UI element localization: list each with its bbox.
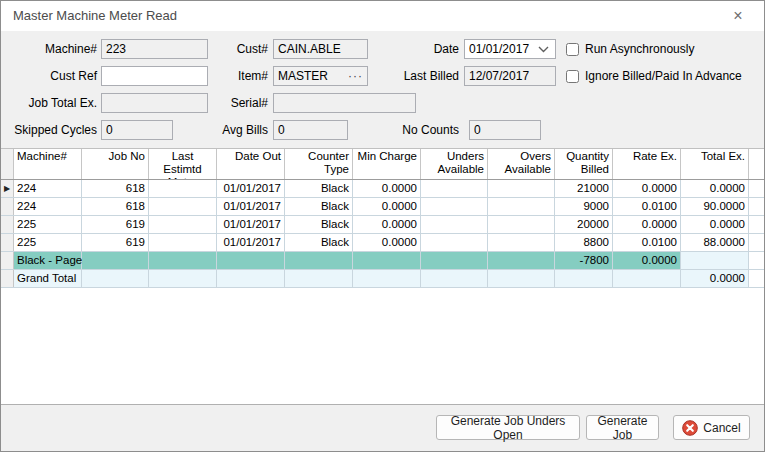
generate-job-unders-open-button[interactable]: Generate Job Unders Open: [436, 415, 580, 440]
run-async-option[interactable]: Run Asynchronously: [566, 42, 694, 56]
grid-cell[interactable]: 618: [82, 198, 149, 215]
grid-cell[interactable]: 618: [82, 180, 149, 197]
run-async-checkbox[interactable]: [566, 43, 579, 56]
grid-cell[interactable]: 225: [14, 234, 82, 251]
summary-cell: [613, 270, 681, 287]
grid-cell[interactable]: 225: [14, 216, 82, 233]
row-selector[interactable]: [1, 270, 14, 287]
grid-cell[interactable]: 01/01/2017: [217, 180, 285, 197]
grid-cell[interactable]: 0.0000: [353, 234, 421, 251]
row-selector[interactable]: [1, 252, 14, 269]
ignore-billed-label: Ignore Billed/Paid In Advance: [585, 69, 742, 83]
item-number-field[interactable]: MASTER ···: [273, 66, 368, 86]
row-selector[interactable]: [1, 234, 14, 251]
active-row-pointer-icon[interactable]: ▶: [1, 180, 14, 197]
grid-cell[interactable]: 01/01/2017: [217, 234, 285, 251]
avg-bills-field[interactable]: [273, 120, 348, 140]
grid-cell[interactable]: 01/01/2017: [217, 198, 285, 215]
dialog-title: Master Machine Meter Read: [13, 8, 177, 23]
grid-cell[interactable]: [488, 216, 555, 233]
summary-cell: [555, 270, 613, 287]
summary-cell: [217, 252, 285, 269]
grid-cell[interactable]: [421, 198, 488, 215]
grid-cell[interactable]: 8800: [555, 234, 613, 251]
grid-header-cell[interactable]: Overs Available: [488, 149, 555, 179]
row-selector[interactable]: [1, 198, 14, 215]
summary-cell: [82, 270, 149, 287]
grid-cell[interactable]: 0.0000: [353, 216, 421, 233]
grid-row[interactable]: 22461801/01/2017Black0.000090000.010090.…: [1, 198, 764, 216]
grid-header-cell[interactable]: Rate Ex.: [613, 149, 681, 179]
last-billed-field[interactable]: [464, 66, 556, 86]
grid-row[interactable]: ▶22461801/01/2017Black0.0000210000.00000…: [1, 180, 764, 198]
summary-cell: [149, 252, 217, 269]
ignore-billed-option[interactable]: Ignore Billed/Paid In Advance: [566, 69, 742, 83]
grid-cell[interactable]: 0.0000: [681, 216, 749, 233]
group-summary-row[interactable]: Black - Pages-78000.0000: [1, 252, 764, 270]
grid-cell[interactable]: 0.0000: [613, 180, 681, 197]
summary-cell: [681, 252, 749, 269]
grid-cell[interactable]: 619: [82, 216, 149, 233]
grid-cell[interactable]: [488, 198, 555, 215]
grid-cell[interactable]: 90.0000: [681, 198, 749, 215]
generate-job-button[interactable]: Generate Job: [586, 415, 659, 440]
no-counts-label: No Counts: [359, 120, 459, 140]
summary-cell: [217, 270, 285, 287]
grid-row[interactable]: 22561901/01/2017Black0.000088000.010088.…: [1, 234, 764, 252]
grid-cell[interactable]: 9000: [555, 198, 613, 215]
grid-cell[interactable]: 0.0100: [613, 234, 681, 251]
grid-cell[interactable]: [421, 216, 488, 233]
grid-header-cell[interactable]: Last Estimtd Meter Value: [149, 149, 217, 179]
grid-cell[interactable]: Black: [285, 180, 353, 197]
skipped-cycles-label: Skipped Cycles: [1, 120, 97, 140]
grid-cell[interactable]: [488, 234, 555, 251]
grid-cell[interactable]: [149, 216, 217, 233]
date-select[interactable]: 01/01/2017: [464, 39, 556, 59]
grid-cell[interactable]: 0.0100: [613, 198, 681, 215]
grid-header-cell[interactable]: Machine#: [14, 149, 82, 179]
cust-number-label: Cust#: [171, 39, 268, 59]
grid-cell[interactable]: [149, 180, 217, 197]
grid-row[interactable]: 22561901/01/2017Black0.0000200000.00000.…: [1, 216, 764, 234]
grid-header-cell[interactable]: Date Out: [217, 149, 285, 179]
grid-header-cell[interactable]: Unders Available: [421, 149, 488, 179]
grid-cell[interactable]: 224: [14, 198, 82, 215]
grid-cell[interactable]: [488, 180, 555, 197]
grid-header: Machine#Job NoLast Estimtd Meter ValueDa…: [1, 149, 764, 180]
generate-job-unders-open-label: Generate Job Unders Open: [443, 414, 573, 442]
grid-cell[interactable]: 20000: [555, 216, 613, 233]
grid-cell[interactable]: Black: [285, 216, 353, 233]
grid-cell[interactable]: Black: [285, 198, 353, 215]
generate-job-label: Generate Job: [593, 414, 652, 442]
grid-cell[interactable]: [421, 180, 488, 197]
grid-cell[interactable]: 01/01/2017: [217, 216, 285, 233]
serial-number-field[interactable]: [273, 93, 416, 113]
grid-header-cell[interactable]: Min Charge: [353, 149, 421, 179]
grid-cell[interactable]: [421, 234, 488, 251]
skipped-cycles-field[interactable]: [101, 120, 173, 140]
cancel-button[interactable]: Cancel: [673, 415, 750, 440]
date-value: 01/01/2017: [469, 42, 538, 56]
grid-cell[interactable]: 619: [82, 234, 149, 251]
grid-cell[interactable]: [149, 234, 217, 251]
no-counts-field[interactable]: [469, 120, 541, 140]
grid-header-cell[interactable]: Counter Type: [285, 149, 353, 179]
grid-body: ▶22461801/01/2017Black0.0000210000.00000…: [1, 180, 764, 288]
grid-cell[interactable]: 0.0000: [353, 198, 421, 215]
grid-cell[interactable]: Black: [285, 234, 353, 251]
grand-total-row[interactable]: Grand Total0.0000: [1, 270, 764, 288]
ignore-billed-checkbox[interactable]: [566, 70, 579, 83]
cust-number-field[interactable]: [273, 39, 368, 59]
grid-cell[interactable]: 0.0000: [353, 180, 421, 197]
grid-header-cell[interactable]: Total Ex.: [681, 149, 749, 179]
grid-cell[interactable]: 88.0000: [681, 234, 749, 251]
grid-cell[interactable]: 21000: [555, 180, 613, 197]
grid-cell[interactable]: 224: [14, 180, 82, 197]
row-selector[interactable]: [1, 216, 14, 233]
grid-header-cell[interactable]: Job No: [82, 149, 149, 179]
grid-cell[interactable]: 0.0000: [681, 180, 749, 197]
close-icon[interactable]: ×: [724, 5, 752, 27]
grid-cell[interactable]: [149, 198, 217, 215]
grid-cell[interactable]: 0.0000: [613, 216, 681, 233]
grid-header-cell[interactable]: Quantity Billed: [555, 149, 613, 179]
